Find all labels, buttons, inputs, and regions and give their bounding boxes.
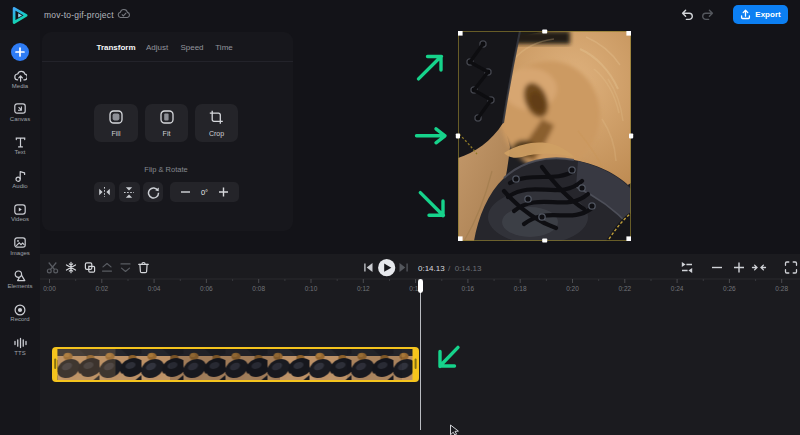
svg-text:0:20: 0:20 bbox=[566, 285, 579, 292]
svg-text:0:04: 0:04 bbox=[148, 285, 161, 292]
svg-text:0:08: 0:08 bbox=[252, 285, 265, 292]
svg-text:0:28: 0:28 bbox=[775, 285, 788, 292]
svg-text:0:24: 0:24 bbox=[671, 285, 684, 292]
svg-text:0:18: 0:18 bbox=[514, 285, 527, 292]
svg-text:0:22: 0:22 bbox=[618, 285, 631, 292]
svg-text:0:06: 0:06 bbox=[200, 285, 213, 292]
svg-text:0:10: 0:10 bbox=[305, 285, 318, 292]
svg-text:0:12: 0:12 bbox=[357, 285, 370, 292]
svg-text:0:02: 0:02 bbox=[95, 285, 108, 292]
svg-text:0°: 0° bbox=[201, 188, 208, 197]
svg-text:0:00: 0:00 bbox=[43, 285, 56, 292]
svg-text:0:26: 0:26 bbox=[723, 285, 736, 292]
